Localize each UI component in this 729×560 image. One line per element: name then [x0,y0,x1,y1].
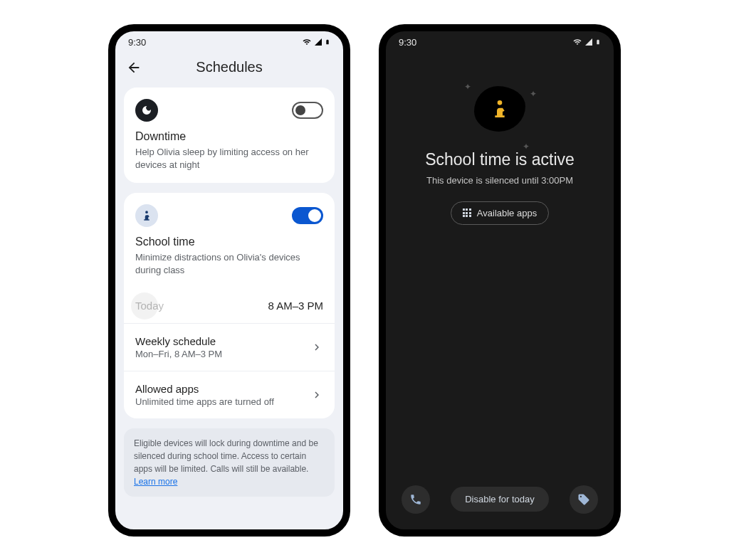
allowed-sub: Unlimited time apps are turned off [135,396,310,407]
wifi-icon [572,38,582,46]
downtime-desc: Help Olivia sleep by limiting access on … [135,146,323,171]
today-label: Today [135,300,268,312]
tag-button[interactable] [570,485,598,514]
sparkle-icon: ✦ [464,82,471,92]
content: Downtime Help Olivia sleep by limiting a… [115,88,343,497]
battery-icon [595,37,601,47]
schooltime-toggle[interactable] [292,207,323,224]
phone-button[interactable] [402,485,430,514]
chevron-right-icon [310,341,323,354]
downtime-title: Downtime [135,130,323,143]
back-button[interactable] [125,59,142,76]
school-time-hero-icon [474,86,525,132]
sparkle-icon: ✦ [530,89,537,99]
tag-icon [577,493,590,506]
disable-for-today-button[interactable]: Disable for today [451,487,549,512]
moon-icon [135,99,158,122]
lock-content: ✦ ✦ ✦ School time is active This device … [386,51,614,527]
schooltime-card: School time Minimize distractions on Oli… [124,193,335,288]
downtime-card: Downtime Help Olivia sleep by limiting a… [124,88,335,183]
child-lockscreen: 9:30 ✦ ✦ ✦ School time is active This de… [379,24,621,537]
status-time: 9:30 [399,37,416,48]
signal-icon [584,38,594,46]
signal-icon [313,38,323,46]
today-value: 8 AM–3 PM [268,300,323,312]
schooltime-desc: Minimize distractions on Olivia's device… [135,251,323,288]
battery-icon [325,37,330,47]
status-icons [572,37,601,47]
status-icons [302,37,330,47]
schooltime-settings: Today 8 AM–3 PM Weekly schedule Mon–Fri,… [124,288,335,418]
chevron-right-icon [310,389,323,401]
phone-icon [409,493,422,506]
weekly-sub: Mon–Fri, 8 AM–3 PM [135,349,310,359]
status-bar: 9:30 [115,31,343,51]
today-row[interactable]: Today 8 AM–3 PM [124,288,335,323]
header: Schedules [115,51,343,88]
arrow-left-icon [126,60,142,75]
wifi-icon [302,38,312,46]
parent-schedules-screen: 9:30 Schedules Downtime Help Olivia slee… [108,24,350,537]
allowed-title: Allowed apps [135,383,310,395]
apps-grid-icon [463,208,471,217]
weekly-title: Weekly schedule [135,335,310,347]
sparkle-icon: ✦ [523,142,530,152]
status-bar: 9:30 [386,31,614,51]
learn-more-link[interactable]: Learn more [134,477,177,487]
student-icon [135,204,158,227]
schooltime-title: School time [135,236,323,248]
allowed-apps-row[interactable]: Allowed apps Unlimited time apps are tur… [124,371,335,418]
lock-subtitle: This device is silenced until 3:00PM [426,175,573,186]
weekly-schedule-row[interactable]: Weekly schedule Mon–Fri, 8 AM–3 PM [124,323,335,371]
status-time: 9:30 [128,37,146,48]
bottom-bar: Disable for today [386,485,614,514]
lock-title: School time is active [425,150,575,169]
info-note: Eligible devices will lock during downti… [124,428,335,497]
downtime-toggle[interactable] [292,102,323,119]
available-apps-button[interactable]: Available apps [451,201,549,225]
page-title: Schedules [142,59,316,75]
